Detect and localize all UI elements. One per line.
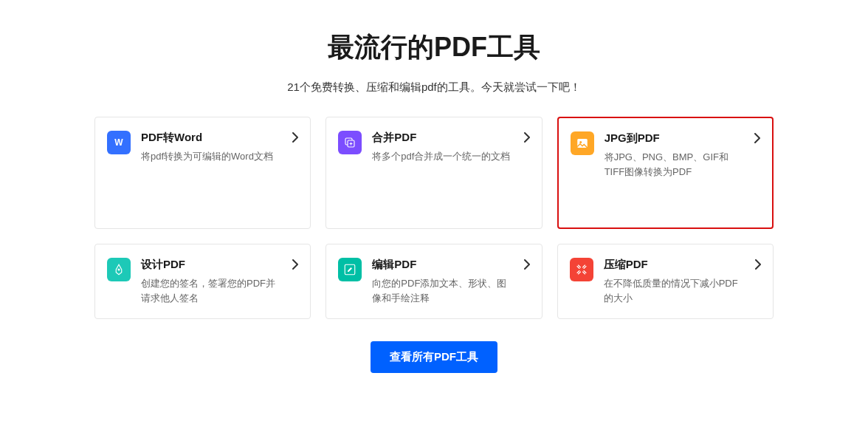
tool-card-merge-pdf[interactable]: 合并PDF 将多个pdf合并成一个统一的文档 xyxy=(326,117,542,229)
tool-title: PDF转Word xyxy=(141,131,282,145)
tool-title: 设计PDF xyxy=(141,258,282,272)
tools-grid: W PDF转Word 将pdf转换为可编辑的Word文档 合并PDF xyxy=(80,117,788,319)
svg-point-4 xyxy=(579,141,582,143)
chevron-right-icon xyxy=(524,132,530,146)
pen-icon xyxy=(107,258,131,281)
tool-title: JPG到PDF xyxy=(604,131,744,146)
tool-title: 编辑PDF xyxy=(372,258,513,272)
chevron-right-icon xyxy=(755,259,761,273)
tool-desc: 将JPG、PNG、BMP、GIF和TIFF图像转换为PDF xyxy=(604,150,744,179)
tool-title: 合并PDF xyxy=(372,131,513,145)
svg-point-5 xyxy=(118,269,120,271)
view-all-button[interactable]: 查看所有PDF工具 xyxy=(371,341,497,373)
edit-icon xyxy=(338,258,362,281)
tool-title: 压缩PDF xyxy=(604,258,745,272)
svg-text:W: W xyxy=(114,137,123,148)
tool-card-pdf-to-word[interactable]: W PDF转Word 将pdf转换为可编辑的Word文档 xyxy=(94,117,311,229)
page-title: 最流行的PDF工具 xyxy=(80,30,788,66)
tool-desc: 向您的PDF添加文本、形状、图像和手绘注释 xyxy=(372,276,513,305)
tool-desc: 将多个pdf合并成一个统一的文档 xyxy=(372,149,513,164)
tool-card-jpg-to-pdf[interactable]: JPG到PDF 将JPG、PNG、BMP、GIF和TIFF图像转换为PDF xyxy=(557,117,774,229)
chevron-right-icon xyxy=(292,259,298,273)
tool-desc: 创建您的签名，签署您的PDF并请求他人签名 xyxy=(141,276,282,305)
word-icon: W xyxy=(107,131,131,154)
tool-card-edit-pdf[interactable]: 编辑PDF 向您的PDF添加文本、形状、图像和手绘注释 xyxy=(326,244,542,319)
chevron-right-icon xyxy=(754,133,760,146)
tool-desc: 将pdf转换为可编辑的Word文档 xyxy=(141,149,282,164)
compress-icon xyxy=(570,258,593,281)
image-icon xyxy=(571,131,594,155)
chevron-right-icon xyxy=(292,132,298,146)
tool-card-compress-pdf[interactable]: 压缩PDF 在不降低质量的情况下减小PDF的大小 xyxy=(557,244,774,319)
chevron-right-icon xyxy=(524,259,530,273)
tool-card-design-pdf[interactable]: 设计PDF 创建您的签名，签署您的PDF并请求他人签名 xyxy=(94,244,311,319)
merge-icon xyxy=(338,131,362,154)
tool-desc: 在不降低质量的情况下减小PDF的大小 xyxy=(604,276,745,305)
page-subtitle: 21个免费转换、压缩和编辑pdf的工具。今天就尝试一下吧！ xyxy=(80,81,788,95)
